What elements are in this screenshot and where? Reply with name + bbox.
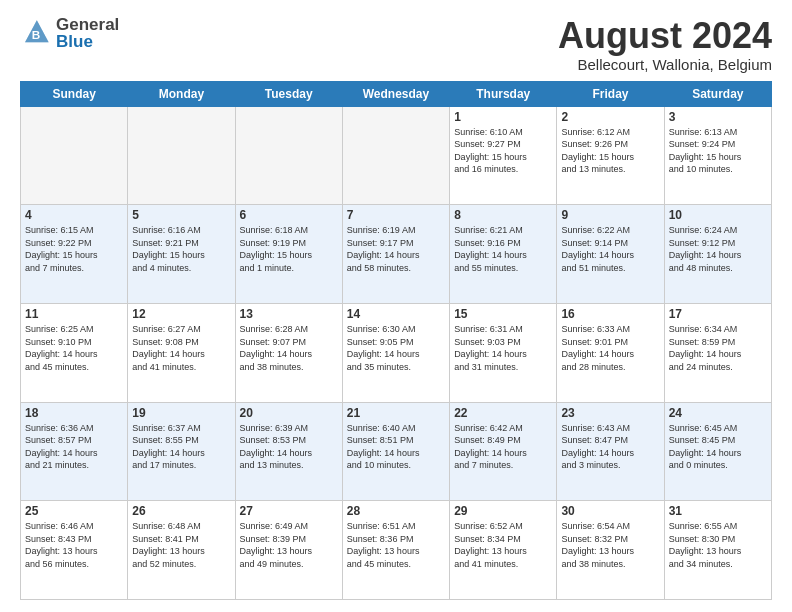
day-info: Sunrise: 6:42 AMSunset: 8:49 PMDaylight:… — [454, 422, 552, 472]
day-number: 19 — [132, 406, 230, 420]
day-number: 20 — [240, 406, 338, 420]
day-info: Sunrise: 6:40 AMSunset: 8:51 PMDaylight:… — [347, 422, 445, 472]
day-number: 13 — [240, 307, 338, 321]
logo-icon: B — [20, 17, 52, 49]
day-info: Sunrise: 6:31 AMSunset: 9:03 PMDaylight:… — [454, 323, 552, 373]
table-row: 20Sunrise: 6:39 AMSunset: 8:53 PMDayligh… — [235, 402, 342, 501]
day-info: Sunrise: 6:18 AMSunset: 9:19 PMDaylight:… — [240, 224, 338, 274]
day-number: 23 — [561, 406, 659, 420]
table-row: 4Sunrise: 6:15 AMSunset: 9:22 PMDaylight… — [21, 205, 128, 304]
table-row: 15Sunrise: 6:31 AMSunset: 9:03 PMDayligh… — [450, 303, 557, 402]
logo-blue: Blue — [56, 33, 119, 50]
table-row: 24Sunrise: 6:45 AMSunset: 8:45 PMDayligh… — [664, 402, 771, 501]
table-row: 17Sunrise: 6:34 AMSunset: 8:59 PMDayligh… — [664, 303, 771, 402]
day-info: Sunrise: 6:52 AMSunset: 8:34 PMDaylight:… — [454, 520, 552, 570]
table-row — [235, 106, 342, 205]
day-info: Sunrise: 6:39 AMSunset: 8:53 PMDaylight:… — [240, 422, 338, 472]
day-info: Sunrise: 6:46 AMSunset: 8:43 PMDaylight:… — [25, 520, 123, 570]
day-number: 12 — [132, 307, 230, 321]
day-number: 30 — [561, 504, 659, 518]
calendar-title: August 2024 — [558, 16, 772, 56]
day-number: 4 — [25, 208, 123, 222]
calendar-subtitle: Bellecourt, Wallonia, Belgium — [558, 56, 772, 73]
day-info: Sunrise: 6:15 AMSunset: 9:22 PMDaylight:… — [25, 224, 123, 274]
day-number: 29 — [454, 504, 552, 518]
day-number: 3 — [669, 110, 767, 124]
page: B General Blue August 2024 Bellecourt, W… — [0, 0, 792, 612]
table-row: 14Sunrise: 6:30 AMSunset: 9:05 PMDayligh… — [342, 303, 449, 402]
table-row: 25Sunrise: 6:46 AMSunset: 8:43 PMDayligh… — [21, 501, 128, 600]
day-info: Sunrise: 6:43 AMSunset: 8:47 PMDaylight:… — [561, 422, 659, 472]
day-info: Sunrise: 6:22 AMSunset: 9:14 PMDaylight:… — [561, 224, 659, 274]
day-info: Sunrise: 6:28 AMSunset: 9:07 PMDaylight:… — [240, 323, 338, 373]
day-info: Sunrise: 6:13 AMSunset: 9:24 PMDaylight:… — [669, 126, 767, 176]
table-row: 12Sunrise: 6:27 AMSunset: 9:08 PMDayligh… — [128, 303, 235, 402]
title-section: August 2024 Bellecourt, Wallonia, Belgiu… — [558, 16, 772, 73]
day-info: Sunrise: 6:37 AMSunset: 8:55 PMDaylight:… — [132, 422, 230, 472]
table-row: 7Sunrise: 6:19 AMSunset: 9:17 PMDaylight… — [342, 205, 449, 304]
day-info: Sunrise: 6:34 AMSunset: 8:59 PMDaylight:… — [669, 323, 767, 373]
table-row — [128, 106, 235, 205]
table-row: 29Sunrise: 6:52 AMSunset: 8:34 PMDayligh… — [450, 501, 557, 600]
day-number: 9 — [561, 208, 659, 222]
calendar-week-row: 1Sunrise: 6:10 AMSunset: 9:27 PMDaylight… — [21, 106, 772, 205]
calendar-week-row: 4Sunrise: 6:15 AMSunset: 9:22 PMDaylight… — [21, 205, 772, 304]
day-info: Sunrise: 6:49 AMSunset: 8:39 PMDaylight:… — [240, 520, 338, 570]
day-info: Sunrise: 6:24 AMSunset: 9:12 PMDaylight:… — [669, 224, 767, 274]
table-row: 27Sunrise: 6:49 AMSunset: 8:39 PMDayligh… — [235, 501, 342, 600]
day-number: 5 — [132, 208, 230, 222]
calendar-week-row: 11Sunrise: 6:25 AMSunset: 9:10 PMDayligh… — [21, 303, 772, 402]
table-row: 13Sunrise: 6:28 AMSunset: 9:07 PMDayligh… — [235, 303, 342, 402]
day-number: 31 — [669, 504, 767, 518]
day-number: 26 — [132, 504, 230, 518]
calendar-week-row: 25Sunrise: 6:46 AMSunset: 8:43 PMDayligh… — [21, 501, 772, 600]
day-number: 25 — [25, 504, 123, 518]
table-row — [342, 106, 449, 205]
col-wednesday: Wednesday — [342, 81, 449, 106]
day-number: 1 — [454, 110, 552, 124]
table-row: 22Sunrise: 6:42 AMSunset: 8:49 PMDayligh… — [450, 402, 557, 501]
col-friday: Friday — [557, 81, 664, 106]
day-number: 28 — [347, 504, 445, 518]
table-row: 10Sunrise: 6:24 AMSunset: 9:12 PMDayligh… — [664, 205, 771, 304]
day-number: 22 — [454, 406, 552, 420]
table-row: 6Sunrise: 6:18 AMSunset: 9:19 PMDaylight… — [235, 205, 342, 304]
day-number: 10 — [669, 208, 767, 222]
table-row: 1Sunrise: 6:10 AMSunset: 9:27 PMDaylight… — [450, 106, 557, 205]
day-number: 15 — [454, 307, 552, 321]
day-info: Sunrise: 6:21 AMSunset: 9:16 PMDaylight:… — [454, 224, 552, 274]
logo-text: General Blue — [56, 16, 119, 50]
table-row: 18Sunrise: 6:36 AMSunset: 8:57 PMDayligh… — [21, 402, 128, 501]
day-info: Sunrise: 6:12 AMSunset: 9:26 PMDaylight:… — [561, 126, 659, 176]
svg-text:B: B — [32, 28, 41, 41]
table-row — [21, 106, 128, 205]
table-row: 23Sunrise: 6:43 AMSunset: 8:47 PMDayligh… — [557, 402, 664, 501]
col-monday: Monday — [128, 81, 235, 106]
table-row: 28Sunrise: 6:51 AMSunset: 8:36 PMDayligh… — [342, 501, 449, 600]
table-row: 21Sunrise: 6:40 AMSunset: 8:51 PMDayligh… — [342, 402, 449, 501]
day-info: Sunrise: 6:33 AMSunset: 9:01 PMDaylight:… — [561, 323, 659, 373]
table-row: 8Sunrise: 6:21 AMSunset: 9:16 PMDaylight… — [450, 205, 557, 304]
day-info: Sunrise: 6:16 AMSunset: 9:21 PMDaylight:… — [132, 224, 230, 274]
table-row: 5Sunrise: 6:16 AMSunset: 9:21 PMDaylight… — [128, 205, 235, 304]
table-row: 2Sunrise: 6:12 AMSunset: 9:26 PMDaylight… — [557, 106, 664, 205]
table-row: 9Sunrise: 6:22 AMSunset: 9:14 PMDaylight… — [557, 205, 664, 304]
table-row: 19Sunrise: 6:37 AMSunset: 8:55 PMDayligh… — [128, 402, 235, 501]
day-number: 16 — [561, 307, 659, 321]
col-thursday: Thursday — [450, 81, 557, 106]
day-info: Sunrise: 6:19 AMSunset: 9:17 PMDaylight:… — [347, 224, 445, 274]
table-row: 30Sunrise: 6:54 AMSunset: 8:32 PMDayligh… — [557, 501, 664, 600]
table-row: 26Sunrise: 6:48 AMSunset: 8:41 PMDayligh… — [128, 501, 235, 600]
day-info: Sunrise: 6:36 AMSunset: 8:57 PMDaylight:… — [25, 422, 123, 472]
day-info: Sunrise: 6:27 AMSunset: 9:08 PMDaylight:… — [132, 323, 230, 373]
day-number: 24 — [669, 406, 767, 420]
col-sunday: Sunday — [21, 81, 128, 106]
day-number: 18 — [25, 406, 123, 420]
calendar-table: Sunday Monday Tuesday Wednesday Thursday… — [20, 81, 772, 600]
day-info: Sunrise: 6:54 AMSunset: 8:32 PMDaylight:… — [561, 520, 659, 570]
day-info: Sunrise: 6:51 AMSunset: 8:36 PMDaylight:… — [347, 520, 445, 570]
col-tuesday: Tuesday — [235, 81, 342, 106]
logo-general: General — [56, 16, 119, 33]
table-row: 16Sunrise: 6:33 AMSunset: 9:01 PMDayligh… — [557, 303, 664, 402]
day-info: Sunrise: 6:45 AMSunset: 8:45 PMDaylight:… — [669, 422, 767, 472]
